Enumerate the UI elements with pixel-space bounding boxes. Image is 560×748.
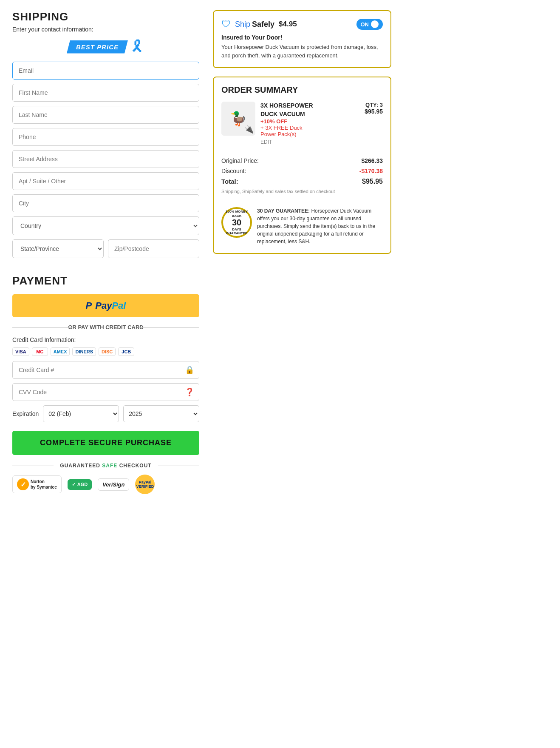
safely-text: Safely bbox=[252, 20, 274, 29]
toggle-knob bbox=[371, 20, 379, 28]
guarantee-days: 30 bbox=[232, 218, 241, 228]
payment-title: PAYMENT bbox=[12, 274, 199, 287]
expiry-label: Expiration bbox=[12, 410, 39, 417]
guarantee-badge-top: 100% MONEY BACK bbox=[225, 210, 249, 218]
zip-field[interactable] bbox=[108, 239, 199, 258]
product-qty-price: QTY: 3 $95.95 bbox=[365, 102, 383, 115]
guaranteed-text: GUARANTEED bbox=[60, 463, 102, 469]
original-price-row: Original Price: $266.33 bbox=[221, 157, 383, 164]
order-summary-title: ORDER SUMMARY bbox=[221, 85, 383, 95]
credit-card-field[interactable] bbox=[12, 361, 199, 379]
left-column: SHIPPING Enter your contact information:… bbox=[12, 10, 199, 494]
shipping-title: SHIPPING bbox=[12, 10, 199, 23]
product-price: $95.95 bbox=[365, 108, 383, 115]
checkout-text: CHECKOUT bbox=[117, 463, 151, 469]
insured-title: Insured to Your Door! bbox=[221, 34, 383, 41]
lock-icon: 🔒 bbox=[185, 365, 194, 375]
total-row: Total: $95.95 bbox=[221, 178, 383, 185]
cvv-field[interactable] bbox=[12, 383, 199, 401]
cc-info-label: Credit Card Information: bbox=[12, 336, 199, 343]
best-price-badge: BEST PRICE bbox=[67, 40, 128, 54]
best-price-banner: BEST PRICE 🎗 bbox=[12, 38, 199, 56]
discover-icon: DISC bbox=[99, 347, 116, 356]
state-zip-row: State/Province Alabama Alaska California… bbox=[12, 239, 199, 262]
guarantee-title: 30 DAY GUARANTEE: bbox=[257, 208, 310, 214]
email-field[interactable] bbox=[12, 62, 199, 80]
expiry-year-select[interactable]: 2025 2026 2027 2028 2029 2030 bbox=[123, 405, 199, 422]
safe-text: SAFE bbox=[102, 463, 117, 469]
product-free-text: + 3X FREE Duck Power Pack(s) bbox=[260, 125, 303, 137]
agd-check-icon: ✓ bbox=[72, 482, 76, 487]
norton-check-icon: ✓ bbox=[17, 478, 29, 490]
shipsafely-description: Your Horsepower Duck Vacuum is protected… bbox=[221, 43, 383, 60]
ship-safely-card: 🛡 ShipSafely $4.95 ON Insured to Your Do… bbox=[213, 10, 391, 68]
guaranteed-checkout-label: GUARANTEED SAFE CHECKOUT bbox=[12, 463, 199, 469]
paypal-verified-label: PayPalVERIFIED bbox=[136, 480, 154, 489]
discount-row: Discount: -$170.38 bbox=[221, 168, 383, 174]
discount-value: -$170.38 bbox=[359, 168, 383, 174]
original-price-value: $266.33 bbox=[361, 157, 383, 164]
ship-text: Ship bbox=[235, 20, 250, 29]
shipsafely-toggle[interactable]: ON bbox=[356, 19, 383, 30]
country-select[interactable]: Country United States Canada United King… bbox=[12, 216, 199, 235]
verisign-label: VeriSign bbox=[102, 481, 124, 488]
state-select[interactable]: State/Province Alabama Alaska California… bbox=[12, 239, 104, 258]
ribbon-icon: 🎗 bbox=[130, 38, 145, 56]
product-free: + 3X FREE Duck Power Pack(s) bbox=[260, 125, 359, 137]
guarantee-days-label: DAYS bbox=[232, 228, 241, 231]
norton-label: Nortonby Symantec bbox=[31, 479, 57, 490]
shipsafely-logo: ShipSafely bbox=[235, 20, 274, 29]
phone-field[interactable] bbox=[12, 128, 199, 146]
paypal-label: PayPal bbox=[95, 300, 126, 311]
product-image: 🦆 🔌 bbox=[221, 102, 255, 136]
edit-link[interactable]: EDIT bbox=[260, 139, 359, 145]
trust-badges-row: ✓ Nortonby Symantec ✓ AGD VeriSign PayPa… bbox=[12, 475, 199, 494]
apt-suite-field[interactable] bbox=[12, 172, 199, 190]
guarantee-row: 100% MONEY BACK 30 DAYS GUARANTEE 30 DAY… bbox=[221, 201, 383, 245]
complete-purchase-button[interactable]: COMPLETE SECURE PURCHASE bbox=[12, 431, 199, 455]
ship-safely-header: 🛡 ShipSafely $4.95 ON bbox=[221, 19, 383, 30]
product-row: 🦆 🔌 3X HORSEPOWER DUCK VACUUM +10% OFF +… bbox=[221, 102, 383, 145]
jcb-icon: JCB bbox=[118, 347, 134, 356]
agd-label: AGD bbox=[77, 482, 88, 487]
product-name: 3X HORSEPOWER DUCK VACUUM bbox=[260, 102, 359, 118]
guarantee-badge: 100% MONEY BACK 30 DAYS GUARANTEE bbox=[221, 207, 252, 238]
original-price-label: Original Price: bbox=[221, 157, 259, 164]
first-name-field[interactable] bbox=[12, 84, 199, 102]
order-summary-card: ORDER SUMMARY 🦆 🔌 3X HORSEPOWER DUCK VAC… bbox=[213, 77, 391, 254]
shipping-subtitle: Enter your contact information: bbox=[12, 26, 199, 33]
paypal-button[interactable]: P PayPal bbox=[12, 294, 199, 317]
total-value: $95.95 bbox=[362, 178, 383, 185]
total-label: Total: bbox=[221, 178, 238, 185]
paypal-p-icon: P bbox=[86, 300, 92, 311]
visa-icon: VISA bbox=[12, 347, 29, 356]
mastercard-icon: MC bbox=[32, 347, 48, 356]
shield-icon: 🛡 bbox=[221, 19, 231, 30]
street-address-field[interactable] bbox=[12, 150, 199, 168]
norton-badge: ✓ Nortonby Symantec bbox=[12, 475, 62, 493]
discount-label: Discount: bbox=[221, 168, 246, 174]
or-pay-divider: OR PAY WITH CREDIT CARD bbox=[12, 324, 199, 330]
paypal-verified-badge: PayPalVERIFIED bbox=[135, 475, 155, 494]
product-info: 3X HORSEPOWER DUCK VACUUM +10% OFF + 3X … bbox=[260, 102, 359, 145]
expiry-month-select[interactable]: 01 (Jan) 02 (Feb) 03 (Mar) 04 (Apr) 05 (… bbox=[43, 405, 119, 422]
help-icon: ❓ bbox=[185, 387, 194, 397]
last-name-field[interactable] bbox=[12, 106, 199, 124]
price-note: Shipping, ShipSafely and sales tax settl… bbox=[221, 189, 383, 194]
right-column: 🛡 ShipSafely $4.95 ON Insured to Your Do… bbox=[213, 10, 391, 494]
qty-label: QTY: 3 bbox=[365, 102, 383, 108]
shipsafely-price: $4.95 bbox=[279, 20, 297, 28]
cvv-input-wrapper: ❓ bbox=[12, 383, 199, 401]
city-field[interactable] bbox=[12, 194, 199, 212]
price-breakdown: Original Price: $266.33 Discount: -$170.… bbox=[221, 152, 383, 194]
product-discount: +10% OFF bbox=[260, 118, 359, 125]
guarantee-description: 30 DAY GUARANTEE: Horsepower Duck Vacuum… bbox=[257, 207, 383, 245]
card-icons-row: VISA MC AMEX DINERS DISC JCB bbox=[12, 347, 199, 356]
diners-icon: DINERS bbox=[72, 347, 96, 356]
guarantee-label: GUARANTEE bbox=[226, 231, 248, 235]
toggle-on-label: ON bbox=[361, 21, 369, 28]
verisign-badge: VeriSign bbox=[98, 478, 129, 491]
expiry-row: Expiration 01 (Jan) 02 (Feb) 03 (Mar) 04… bbox=[12, 405, 199, 422]
credit-card-input-wrapper: 🔒 bbox=[12, 361, 199, 379]
amex-icon: AMEX bbox=[51, 347, 70, 356]
